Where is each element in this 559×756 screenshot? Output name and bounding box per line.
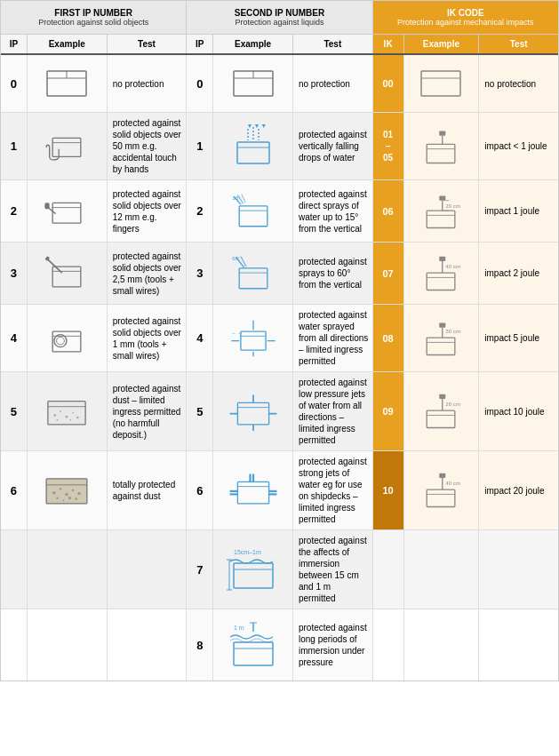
svg-point-71 [66, 416, 68, 418]
ik-test-7 [479, 530, 558, 609]
svg-rect-108 [440, 473, 446, 478]
ik-box-icon-0 [414, 64, 467, 103]
row-0: 0 no protection 0 no protection 00 [1, 55, 558, 113]
sh-ik: IK [373, 35, 404, 53]
ik-test-1: impact < 1 joule [479, 113, 558, 179]
example1-2 [28, 180, 108, 242]
ik-5: 09 [373, 372, 404, 450]
svg-text:40 cm: 40 cm [446, 480, 461, 486]
example2-7: 15cm–1m [213, 530, 293, 609]
ip1-5: 5 [1, 372, 28, 450]
ik-example-4: 30 cm [404, 305, 480, 371]
row-5: 5 protected against dust – limited ingre… [1, 372, 558, 451]
example2-5 [213, 372, 293, 450]
ip2-1: 1 [187, 113, 213, 179]
row-2: 2 protected against solid objects over 1… [1, 180, 558, 243]
svg-point-91 [66, 493, 69, 497]
sh-ik-example: Example [404, 35, 480, 53]
ik-3: 07 [373, 243, 404, 304]
example2-0 [213, 55, 293, 112]
svg-text:1 m: 1 m [234, 625, 244, 631]
svg-rect-8 [52, 138, 81, 156]
svg-point-69 [54, 414, 57, 417]
svg-point-96 [63, 500, 65, 502]
test2-1: protected against vertically falling dro… [293, 113, 373, 179]
svg-rect-55 [241, 331, 266, 350]
svg-text:60°: 60° [232, 255, 241, 261]
row-3: 3 protected against solid objects over 2… [1, 243, 558, 305]
ik-test-6: impact 20 joule [479, 451, 558, 529]
ik-example-8 [404, 609, 480, 680]
first-ip-header: FIRST IP NUMBER Protection against solid… [1, 1, 187, 35]
hammer5-icon-5: 20 cm [414, 392, 467, 431]
ik-test-0: no protection [479, 55, 558, 112]
svg-rect-76 [237, 402, 268, 425]
water-drop-icon-1: ▼▼▼ [227, 124, 280, 169]
ik-test-2: impact 1 joule [479, 180, 558, 242]
svg-rect-112 [234, 563, 273, 588]
row-8: 8 1 m protected against long periods of … [1, 609, 558, 680]
example1-1 [28, 113, 108, 179]
ik-7 [373, 530, 404, 609]
ip2-6: 6 [187, 451, 213, 529]
test1-6: totally protected against dust [108, 451, 188, 529]
svg-text:▼▼▼: ▼▼▼ [246, 124, 268, 130]
test2-4: protected against water sprayed from all… [293, 305, 373, 371]
ik-test-5: impact 10 joule [479, 372, 558, 450]
hammer-icon-1 [414, 127, 467, 166]
row-4: 4 protected against solid objects over 1… [1, 305, 558, 372]
example1-5 [28, 372, 108, 450]
test1-2: protected against solid objects over 12 … [108, 180, 188, 242]
ik-test-3: impact 2 joule [479, 243, 558, 304]
hammer4-icon-4: 30 cm [414, 319, 467, 358]
ip1-2: 2 [1, 180, 28, 242]
ip2-0: 0 [187, 55, 213, 112]
svg-rect-6 [421, 71, 460, 96]
second-ip-header: SECOND IP NUMBER Protection against liqu… [187, 1, 372, 35]
test1-3: protected against solid objects over 2,5… [108, 243, 188, 304]
ik-1: 01–05 [373, 113, 404, 179]
example1-4 [28, 305, 108, 371]
test1-4: protected against solid objects over 1 m… [108, 305, 188, 371]
svg-rect-46 [427, 273, 456, 290]
svg-text:40 cm: 40 cm [446, 262, 461, 268]
spray60-icon-3: 60° [227, 254, 280, 293]
finger-icon-2 [40, 192, 93, 231]
svg-point-95 [68, 497, 72, 500]
ip1-6: 6 [1, 451, 28, 529]
example2-6 [213, 451, 293, 529]
svg-point-54 [57, 337, 65, 345]
svg-rect-21 [52, 203, 81, 223]
ip2-3: 3 [187, 243, 213, 304]
ik-example-3: 40 cm [404, 243, 480, 304]
row-1: 1 protected against solid objects over 5… [1, 113, 558, 180]
subheader-row: IP Example Test IP Example Test IK Examp… [1, 35, 558, 55]
test2-2: protected against direct sprays of water… [293, 180, 373, 242]
test2-6: protected against strong jets of water e… [293, 451, 373, 529]
hand-icon-1 [40, 127, 93, 166]
svg-line-39 [47, 259, 62, 273]
ik-2: 06 [373, 180, 404, 242]
svg-rect-64 [440, 322, 446, 327]
row-6: 6 totally protected against dust 6 [1, 451, 558, 530]
ip1-0: 0 [1, 55, 28, 112]
dustproof-icon-6 [40, 471, 93, 510]
svg-rect-106 [427, 489, 456, 506]
svg-text:30 cm: 30 cm [446, 327, 461, 333]
row-7: 7 15cm–1m protected against the affects … [1, 530, 558, 609]
all-dir-water-icon-4: → ← [227, 319, 280, 358]
svg-rect-82 [427, 410, 456, 427]
ik-example-0 [404, 55, 480, 112]
ip2-8: 8 [187, 609, 213, 680]
example2-4: → ← [213, 305, 293, 371]
test2-7: protected against the affects of immersi… [293, 530, 373, 609]
immersion-icon-7: 15cm–1m [227, 545, 280, 593]
ik-6: 10 [373, 451, 404, 529]
ik-example-6: 40 cm [404, 451, 480, 529]
spray-icon-2: 15° [227, 192, 280, 231]
sh-example2: Example [213, 35, 293, 53]
example2-2: 15° [213, 180, 293, 242]
ik-test-4: impact 5 joule [479, 305, 558, 371]
svg-rect-120 [234, 642, 273, 665]
svg-rect-62 [427, 338, 456, 354]
